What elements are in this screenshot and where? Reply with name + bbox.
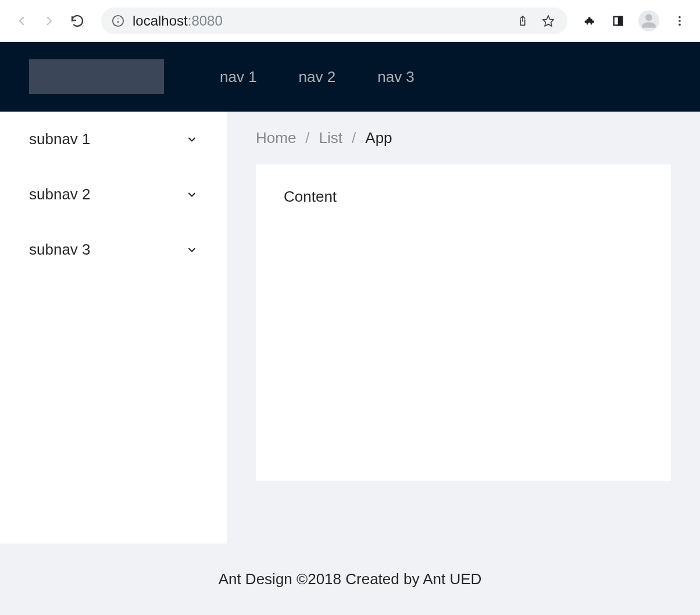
main-area: Home / List / App Content [227, 112, 700, 544]
sidebar-item-subnav-1[interactable]: subnav 1 [0, 112, 227, 167]
nav-item-2[interactable]: nav 2 [278, 68, 357, 86]
breadcrumb-app: App [365, 129, 392, 147]
back-button[interactable] [12, 11, 31, 31]
logo-placeholder [29, 59, 164, 94]
sidebar-item-subnav-2[interactable]: subnav 2 [0, 167, 227, 222]
content-panel: Content [256, 165, 671, 481]
svg-point-9 [678, 23, 681, 26]
footer-text: Ant Design ©2018 Created by Ant UED [219, 570, 482, 588]
breadcrumb-separator: / [305, 129, 309, 147]
chevron-down-icon [186, 134, 198, 145]
chevron-down-icon [186, 244, 198, 256]
sidebar-item-subnav-3[interactable]: subnav 3 [0, 222, 227, 277]
sidebar-item-label: subnav 2 [29, 185, 91, 203]
app-header: nav 1 nav 2 nav 3 [0, 42, 700, 112]
svg-point-7 [678, 16, 681, 18]
sidebar-item-label: subnav 1 [29, 130, 91, 148]
top-nav: nav 1 nav 2 nav 3 [199, 68, 435, 86]
url-port: :8080 [188, 13, 223, 28]
site-info-icon[interactable] [112, 15, 124, 27]
breadcrumb: Home / List / App [256, 112, 671, 165]
bookmark-star-icon[interactable] [540, 12, 557, 30]
browser-right-icons [580, 10, 688, 31]
extensions-icon[interactable] [580, 12, 598, 30]
app-body: subnav 1 subnav 2 subnav 3 Home [0, 112, 700, 544]
browser-toolbar: localhost:8080 [0, 0, 700, 42]
svg-marker-4 [543, 15, 553, 26]
nav-item-1[interactable]: nav 1 [199, 68, 278, 86]
url-text: localhost:8080 [133, 13, 506, 29]
address-bar[interactable]: localhost:8080 [101, 8, 567, 34]
chevron-down-icon [186, 189, 198, 201]
share-icon[interactable] [514, 12, 531, 30]
app-root: nav 1 nav 2 nav 3 subnav 1 subnav 2 subn… [0, 42, 700, 615]
panel-icon[interactable] [609, 12, 627, 30]
forward-button[interactable] [40, 11, 59, 31]
url-host: localhost [133, 13, 188, 28]
reload-button[interactable] [67, 11, 87, 31]
kebab-menu-icon[interactable] [671, 12, 688, 30]
sidebar: subnav 1 subnav 2 subnav 3 [0, 112, 227, 544]
svg-rect-6 [619, 16, 622, 25]
breadcrumb-separator: / [352, 129, 356, 147]
breadcrumb-home[interactable]: Home [256, 129, 296, 147]
breadcrumb-list[interactable]: List [319, 129, 342, 147]
sidebar-item-label: subnav 3 [29, 241, 91, 259]
svg-point-3 [117, 18, 119, 19]
content-text: Content [284, 188, 337, 205]
profile-avatar[interactable] [638, 10, 659, 31]
svg-point-8 [678, 20, 681, 22]
nav-item-3[interactable]: nav 3 [356, 68, 435, 86]
app-footer: Ant Design ©2018 Created by Ant UED [0, 544, 700, 615]
